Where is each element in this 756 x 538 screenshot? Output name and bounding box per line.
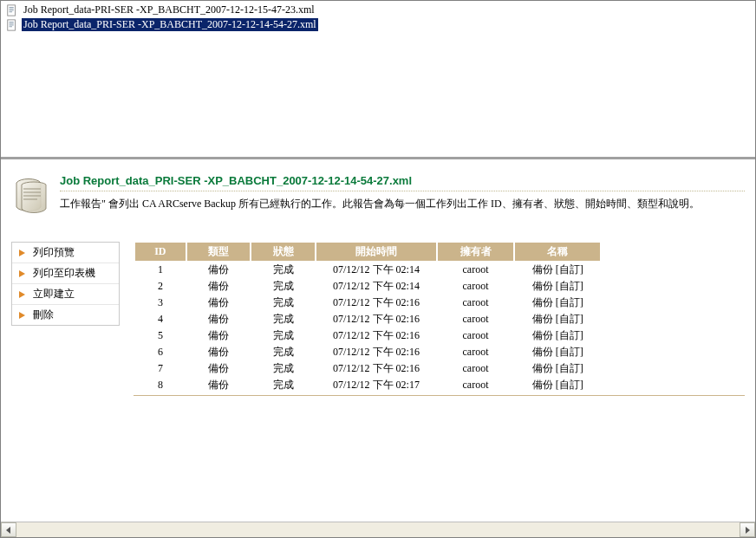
cell-id: 1	[134, 262, 186, 279]
cell-owner: caroot	[437, 295, 515, 311]
cell-status: 完成	[251, 327, 316, 344]
side-menu: 列印預覽列印至印表機立即建立刪除	[11, 242, 120, 326]
col-header-status[interactable]: 狀態	[251, 243, 316, 262]
report-pane: Job Report_data_PRI-SER -XP_BABCHT_2007-…	[1, 162, 755, 537]
col-header-start[interactable]: 開始時間	[316, 243, 437, 262]
report-table: ID 類型 狀態 開始時間 擁有者 名稱 1備份完成07/12/12 下午 02…	[134, 242, 602, 393]
table-row[interactable]: 4備份完成07/12/12 下午 02:16caroot備份 [自訂]	[134, 311, 601, 327]
side-menu-label: 列印至印表機	[33, 266, 95, 281]
table-row[interactable]: 5備份完成07/12/12 下午 02:16caroot備份 [自訂]	[134, 327, 601, 344]
cell-type: 備份	[186, 344, 251, 360]
cell-owner: caroot	[437, 262, 515, 279]
cell-name: 備份 [自訂]	[514, 327, 601, 344]
cell-start: 07/12/12 下午 02:14	[316, 262, 437, 279]
side-menu-label: 列印預覽	[33, 245, 75, 260]
side-menu-item[interactable]: 列印預覽	[12, 243, 119, 263]
table-row[interactable]: 2備份完成07/12/12 下午 02:14caroot備份 [自訂]	[134, 278, 601, 295]
side-menu-label: 刪除	[33, 308, 54, 322]
cell-status: 完成	[251, 295, 316, 311]
col-header-owner[interactable]: 擁有者	[437, 243, 515, 262]
cell-id: 7	[134, 360, 186, 377]
cell-name: 備份 [自訂]	[514, 311, 601, 327]
cell-start: 07/12/12 下午 02:16	[316, 360, 437, 377]
arrow-right-icon	[744, 527, 751, 534]
side-menu-item[interactable]: 列印至印表機	[12, 263, 119, 284]
cell-start: 07/12/12 下午 02:16	[316, 344, 437, 360]
cell-owner: caroot	[437, 377, 515, 393]
cell-type: 備份	[186, 377, 251, 393]
cell-start: 07/12/12 下午 02:16	[316, 295, 437, 311]
cell-start: 07/12/12 下午 02:16	[316, 327, 437, 344]
report-title: Job Report_data_PRI-SER -XP_BABCHT_2007-…	[60, 174, 745, 187]
cell-status: 完成	[251, 278, 316, 295]
cell-owner: caroot	[437, 327, 515, 344]
table-row[interactable]: 8備份完成07/12/12 下午 02:17caroot備份 [自訂]	[134, 377, 601, 393]
table-row[interactable]: 6備份完成07/12/12 下午 02:16caroot備份 [自訂]	[134, 344, 601, 360]
arrow-right-icon	[17, 248, 28, 258]
scroll-left-button[interactable]	[1, 522, 16, 537]
cell-type: 備份	[186, 295, 251, 311]
cell-type: 備份	[186, 262, 251, 279]
cell-type: 備份	[186, 311, 251, 327]
cell-name: 備份 [自訂]	[514, 377, 601, 393]
side-menu-item[interactable]: 立即建立	[12, 284, 119, 305]
horizontal-scrollbar[interactable]	[1, 522, 755, 537]
table-row[interactable]: 3備份完成07/12/12 下午 02:16caroot備份 [自訂]	[134, 295, 601, 311]
cell-id: 5	[134, 327, 186, 344]
separator	[60, 191, 745, 191]
cell-status: 完成	[251, 344, 316, 360]
cell-owner: caroot	[437, 311, 515, 327]
xml-file-icon	[6, 19, 18, 31]
cell-id: 2	[134, 278, 186, 295]
cell-name: 備份 [自訂]	[514, 360, 601, 377]
arrow-right-icon	[17, 269, 28, 279]
col-header-id[interactable]: ID	[134, 243, 186, 262]
cell-owner: caroot	[437, 360, 515, 377]
cell-owner: caroot	[437, 278, 515, 295]
cell-status: 完成	[251, 360, 316, 377]
table-bottom-rule	[134, 395, 745, 396]
cell-start: 07/12/12 下午 02:17	[316, 377, 437, 393]
report-scroll-icon	[11, 174, 53, 216]
cell-start: 07/12/12 下午 02:16	[316, 311, 437, 327]
cell-id: 6	[134, 344, 186, 360]
cell-status: 完成	[251, 262, 316, 279]
file-name: Job Report_data-PRI-SER -XP_BABCHT_2007-…	[22, 3, 316, 16]
side-menu-item[interactable]: 刪除	[12, 305, 119, 325]
cell-name: 備份 [自訂]	[514, 295, 601, 311]
file-list-item[interactable]: Job Report_data_PRI-SER -XP_BABCHT_2007-…	[4, 17, 752, 32]
file-name: Job Report_data_PRI-SER -XP_BABCHT_2007-…	[22, 18, 318, 31]
arrow-right-icon	[17, 289, 28, 300]
cell-start: 07/12/12 下午 02:14	[316, 278, 437, 295]
cell-id: 8	[134, 377, 186, 393]
cell-status: 完成	[251, 377, 316, 393]
table-row[interactable]: 1備份完成07/12/12 下午 02:14caroot備份 [自訂]	[134, 262, 601, 279]
cell-type: 備份	[186, 278, 251, 295]
report-table-wrap: ID 類型 狀態 開始時間 擁有者 名稱 1備份完成07/12/12 下午 02…	[134, 242, 745, 396]
side-menu-label: 立即建立	[33, 287, 75, 301]
file-list-item[interactable]: Job Report_data-PRI-SER -XP_BABCHT_2007-…	[4, 3, 752, 17]
cell-type: 備份	[186, 327, 251, 344]
cell-name: 備份 [自訂]	[514, 344, 601, 360]
cell-id: 3	[134, 295, 186, 311]
cell-id: 4	[134, 311, 186, 327]
arrow-right-icon	[17, 310, 28, 321]
cell-owner: caroot	[437, 344, 515, 360]
col-header-type[interactable]: 類型	[186, 243, 251, 262]
file-list-pane: Job Report_data-PRI-SER -XP_BABCHT_2007-…	[1, 1, 755, 159]
scroll-right-button[interactable]	[740, 522, 755, 537]
cell-status: 完成	[251, 311, 316, 327]
arrow-left-icon	[5, 527, 12, 534]
cell-type: 備份	[186, 360, 251, 377]
scroll-track[interactable]	[16, 522, 740, 537]
cell-name: 備份 [自訂]	[514, 278, 601, 295]
cell-name: 備份 [自訂]	[514, 262, 601, 279]
app-window: Job Report_data-PRI-SER -XP_BABCHT_2007-…	[0, 0, 756, 538]
report-description: 工作報告" 會列出 CA ARCserve Backup 所有已經執行的工作。此…	[60, 197, 745, 211]
xml-file-icon	[6, 4, 18, 16]
table-row[interactable]: 7備份完成07/12/12 下午 02:16caroot備份 [自訂]	[134, 360, 601, 377]
col-header-name[interactable]: 名稱	[514, 243, 601, 262]
